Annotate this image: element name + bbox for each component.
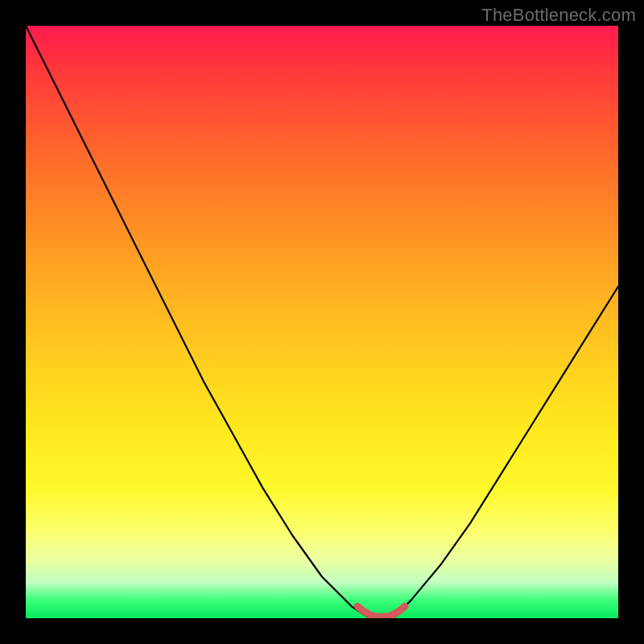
curve-path (26, 26, 618, 618)
chart-frame: TheBottleneck.com (0, 0, 644, 644)
plot-area (26, 26, 618, 618)
band-path (357, 606, 405, 617)
watermark-text: TheBottleneck.com (481, 5, 636, 26)
curve-svg (26, 26, 618, 618)
